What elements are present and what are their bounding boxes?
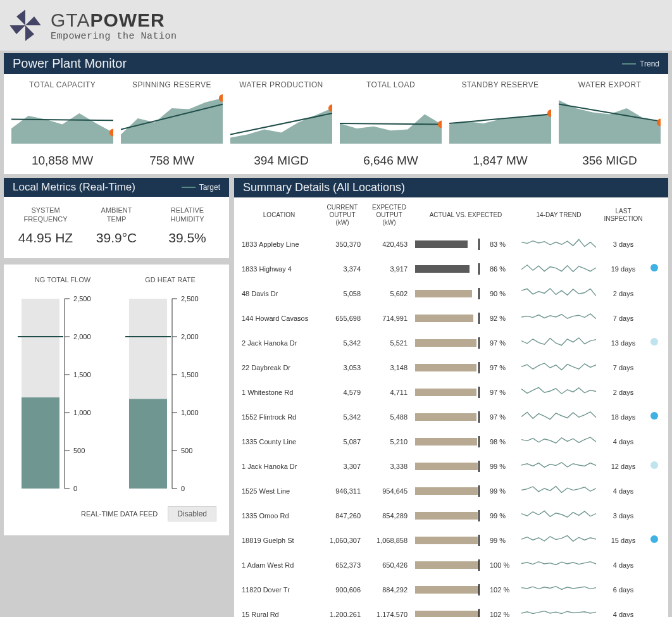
cell-current: 900,606 [321, 586, 363, 594]
cell-expected: 854,289 [368, 512, 410, 520]
brand-name-2: POWER [90, 9, 165, 30]
cell-location: 1335 County Line [242, 438, 316, 446]
cell-current: 5,342 [321, 413, 363, 421]
cell-actual-vs-expected: 86 % [415, 265, 516, 273]
svg-marker-16 [449, 113, 551, 144]
table-row[interactable]: 1 Adam West Rd 652,373 650,426 100 % 4 d… [242, 552, 661, 577]
cell-inspection: 4 days [601, 611, 645, 618]
cell-status-dot [650, 412, 661, 421]
spark-chart [230, 93, 332, 144]
cell-location: 11820 Dover Tr [242, 586, 316, 594]
cell-current: 1,200,261 [321, 611, 363, 618]
metric: SYSTEMFREQUENCY44.95 HZ [10, 206, 81, 246]
cell-inspection: 13 days [601, 339, 645, 347]
cell-location: 2 Jack Hanoka Dr [242, 339, 316, 347]
summary-panel: Summary Details (All Locations) LOCATION… [234, 178, 668, 617]
cell-expected: 3,338 [368, 463, 410, 470]
bar-block: GD HEAT RATE 05001,0001,5002,0002,500 [123, 276, 218, 497]
table-row[interactable]: 11820 Dover Tr 900,606 884,292 102 % 6 d… [242, 577, 661, 602]
cell-location: 144 Howard Cavasos [242, 315, 316, 322]
table-row[interactable]: 15 Rural Rd 1,200,261 1,174,570 102 % 4 … [242, 602, 661, 617]
col-expected: EXPECTEDOUTPUT(kW) [368, 204, 410, 227]
cell-expected: 420,453 [368, 240, 410, 248]
svg-text:2,000: 2,000 [73, 333, 91, 340]
table-row[interactable]: 2 Jack Hanoka Dr 5,342 5,521 97 % 13 day… [242, 330, 661, 355]
bar-title: GD HEAT RATE [123, 276, 218, 284]
metric-value: 39.9°C [81, 230, 152, 246]
cell-actual-vs-expected: 90 % [415, 289, 516, 298]
cell-expected: 5,521 [368, 339, 410, 347]
cell-expected: 884,292 [368, 586, 410, 594]
feed-toggle-button[interactable]: Disabled [168, 506, 216, 521]
cell-actual-vs-expected: 98 % [415, 437, 516, 446]
svg-text:0: 0 [181, 485, 185, 492]
spark-card: TOTAL LOAD 6,646 MW [336, 80, 445, 168]
table-row[interactable]: 1 Jack Hanoka Dr 3,307 3,338 99 % 12 day… [242, 454, 661, 478]
svg-rect-39 [129, 399, 167, 489]
monitor-panel: Power Plant Monitor Trend TOTAL CAPACITY… [4, 53, 668, 174]
table-row[interactable]: 1833 Appleby Line 350,370 420,453 83 % 3… [242, 232, 661, 256]
table-row[interactable]: 1335 County Line 5,087 5,210 98 % 4 days [242, 429, 661, 454]
spark-title: TOTAL LOAD [340, 80, 442, 89]
cell-trend [521, 259, 596, 278]
svg-text:2,500: 2,500 [73, 295, 91, 302]
legend-target: Target [182, 183, 220, 192]
cell-current: 655,698 [321, 315, 363, 322]
logo-text: GTAPOWER Empowering the Nation [51, 9, 177, 42]
cell-inspection: 15 days [601, 537, 645, 544]
cell-inspection: 4 days [601, 487, 645, 495]
cell-location: 1335 Omoo Rd [242, 512, 316, 520]
cell-trend [521, 358, 596, 377]
svg-marker-7 [121, 98, 223, 144]
cell-trend [521, 456, 596, 476]
cell-inspection: 2 days [601, 290, 645, 297]
cell-actual-vs-expected: 99 % [415, 536, 516, 545]
cell-trend [521, 308, 596, 328]
svg-text:1,000: 1,000 [73, 409, 91, 416]
cell-expected: 5,602 [368, 290, 410, 297]
spark-title: WATER EXPORT [559, 80, 661, 89]
spark-value: 1,847 MW [449, 154, 551, 168]
cell-current: 350,370 [321, 240, 363, 248]
bar-chart: 05001,0001,5002,0002,500 [123, 292, 218, 495]
cell-current: 1,060,307 [321, 537, 363, 544]
metric: AMBIENTTEMP39.9°C [81, 206, 152, 246]
spark-chart [11, 93, 113, 144]
cell-current: 946,311 [321, 487, 363, 495]
table-row[interactable]: 1335 Omoo Rd 847,260 854,289 99 % 3 days [242, 503, 661, 528]
spark-chart [449, 93, 551, 144]
spark-card: WATER PRODUCTION 394 MIGD [227, 80, 336, 168]
cell-actual-vs-expected: 100 % [415, 561, 516, 570]
cell-location: 1525 West Line [242, 487, 316, 495]
table-row[interactable]: 1552 Flintrock Rd 5,342 5,488 97 % 18 da… [242, 404, 661, 429]
spark-chart [121, 93, 223, 144]
table-row[interactable]: 144 Howard Cavasos 655,698 714,991 92 % … [242, 306, 661, 330]
cell-expected: 1,068,858 [368, 537, 410, 544]
spark-row: TOTAL CAPACITY 10,858 MW SPINNING RESERV… [4, 74, 668, 174]
cell-inspection: 4 days [601, 561, 645, 569]
table-row[interactable]: 48 Davis Dr 5,058 5,602 90 % 2 days [242, 281, 661, 306]
cell-current: 5,087 [321, 438, 363, 446]
table-row[interactable]: 1 Whitestone Rd 4,579 4,711 97 % 2 days [242, 380, 661, 404]
table-row[interactable]: 18819 Guelph St 1,060,307 1,068,858 99 %… [242, 528, 661, 552]
cell-status-dot [650, 338, 661, 347]
cell-actual-vs-expected: 99 % [415, 487, 516, 495]
spark-chart [559, 93, 661, 144]
table-row[interactable]: 1833 Highway 4 3,374 3,917 86 % 19 days [242, 256, 661, 281]
svg-text:500: 500 [73, 447, 85, 454]
svg-marker-0 [16, 9, 25, 25]
cell-expected: 5,488 [368, 413, 410, 421]
cell-actual-vs-expected: 99 % [415, 462, 516, 471]
cell-trend [521, 407, 596, 427]
cell-actual-vs-expected: 97 % [415, 413, 516, 421]
svg-text:500: 500 [181, 447, 192, 454]
legend-trend: Trend [622, 59, 659, 68]
cell-trend [521, 506, 596, 525]
cell-status-dot [650, 264, 661, 273]
svg-text:2,500: 2,500 [181, 295, 199, 302]
bar-block: NG TOTAL FLOW 05001,0001,5002,0002,500 [15, 276, 110, 497]
cell-location: 15 Rural Rd [242, 611, 316, 618]
table-row[interactable]: 22 Daybreak Dr 3,053 3,148 97 % 7 days [242, 355, 661, 380]
cell-expected: 3,917 [368, 265, 410, 273]
table-row[interactable]: 1525 West Line 946,311 954,645 99 % 4 da… [242, 478, 661, 503]
